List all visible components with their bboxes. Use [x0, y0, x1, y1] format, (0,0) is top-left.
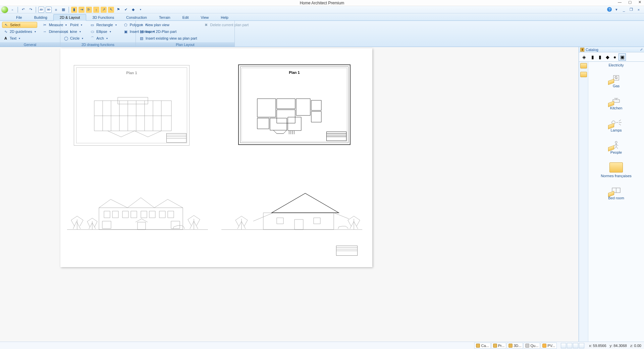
catalog-collapse-icon[interactable]: ⤢	[640, 48, 643, 51]
catalog-tab-4[interactable]: ●	[611, 53, 619, 61]
select-button[interactable]: ↖Select	[2, 22, 37, 28]
tool-check-icon[interactable]: ✔	[123, 7, 129, 13]
svg-rect-36	[171, 221, 180, 229]
catalog-item-kitchen[interactable]: Kitchen	[588, 91, 644, 113]
folder-icon	[508, 344, 513, 348]
status-view-1[interactable]	[561, 343, 566, 348]
group-drawing-label: 2D drawing functions	[60, 42, 136, 47]
maximize-button[interactable]: ▢	[627, 0, 633, 4]
help-icon[interactable]: ?	[607, 7, 612, 12]
tool-flag-icon[interactable]: ⚑	[115, 7, 121, 13]
catalog-tab-2[interactable]: ▮	[596, 53, 604, 61]
tab-help[interactable]: Help	[215, 14, 234, 20]
catalog-tab-home[interactable]: ◈	[580, 53, 588, 61]
ribbon-minimize-icon[interactable]: ▾	[614, 7, 619, 12]
status-view-4[interactable]	[579, 343, 584, 348]
tab-file[interactable]: File	[10, 14, 28, 20]
catalog-item-normes[interactable]: Normes françaises	[588, 157, 644, 181]
close-button[interactable]: ✕	[637, 0, 643, 4]
ellipse-button[interactable]: ⬭Ellipse▾	[89, 29, 118, 35]
window-close-icon[interactable]: ×	[636, 7, 641, 12]
window-minimize-icon[interactable]: _	[621, 7, 627, 12]
new-file-icon[interactable]: ▫	[9, 7, 15, 13]
tab-edit[interactable]: Edit	[176, 14, 195, 20]
tab-view[interactable]: View	[195, 14, 215, 20]
catalog-category-1[interactable]	[580, 63, 587, 68]
app-title: Home Architect Premium	[300, 1, 344, 5]
status-view-3[interactable]	[573, 343, 578, 348]
tab-2d-layout[interactable]: 2D & Layout	[53, 14, 87, 21]
svg-rect-46	[613, 100, 620, 102]
redo-icon[interactable]: ↷	[28, 7, 34, 13]
insert-2d-plan-button[interactable]: ▤Insert 2D-Plan part	[138, 29, 198, 35]
catalog-tab-3[interactable]: ◆	[604, 53, 611, 61]
tool-b-icon[interactable]: ⇥	[78, 7, 85, 13]
tool-paint-icon[interactable]: ◆	[130, 7, 136, 13]
catalog-title-bar[interactable]: ▮ Catalog ⤢	[579, 47, 644, 52]
plan-view-2[interactable]: Plan 1	[238, 64, 351, 145]
svg-rect-31	[141, 211, 147, 218]
status-tab-qu[interactable]: Qu...	[524, 343, 540, 349]
view-2d-icon[interactable]: 2D	[38, 7, 44, 13]
group-general-label: General	[0, 42, 60, 47]
catalog-item-bedroom[interactable]: Bed room	[588, 181, 644, 203]
catalog-tab-5[interactable]: ▣	[619, 53, 626, 61]
tool-d-icon[interactable]: ↕	[93, 7, 99, 13]
new-plan-label: New plan view	[146, 23, 169, 27]
guidelines-button[interactable]: ∿2D guidelines▾	[2, 29, 37, 35]
tab-3d-functions[interactable]: 3D Functions	[86, 14, 120, 20]
tool-c-icon[interactable]: ⊪	[86, 7, 92, 13]
elevation-front[interactable]	[67, 189, 208, 231]
tab-terrain[interactable]: Terrain	[153, 14, 176, 20]
dimensions-icon: ↔	[43, 29, 47, 34]
svg-rect-17	[257, 118, 269, 129]
catalog-item-gas[interactable]: G Gas	[588, 68, 644, 91]
catalog-item-list[interactable]: Electricity G Gas Kitchen Lamps People	[588, 62, 644, 342]
circle-button[interactable]: ◯Circle▾	[62, 35, 85, 41]
plan-view-1[interactable]: Plan 1	[74, 65, 190, 146]
insert-existing-button[interactable]: ▧Insert existing view as plan part	[138, 35, 198, 41]
new-plan-view-button[interactable]: ✧New plan view	[138, 22, 198, 28]
catalog-item-people[interactable]: People	[588, 135, 644, 157]
svg-rect-37	[138, 222, 146, 230]
status-tab-3d[interactable]: 3D...	[507, 343, 523, 349]
tool-a-icon[interactable]: ▮	[71, 7, 77, 13]
rectangle-button[interactable]: ▭Rectangle▾	[89, 22, 118, 28]
delete-icon: ✖	[204, 22, 208, 27]
svg-rect-18	[270, 118, 287, 130]
status-tab-catalog[interactable]: Ca...	[474, 343, 490, 349]
status-tab-pv[interactable]: PV...	[541, 343, 557, 349]
new-plan-view-icon: ✧	[139, 22, 144, 27]
status-tab-project[interactable]: Pr...	[491, 343, 506, 349]
arch-icon: ⌒	[90, 36, 95, 41]
window-restore-icon[interactable]: ❐	[629, 7, 634, 12]
tool-e-icon[interactable]: ↗	[101, 7, 107, 13]
tab-building[interactable]: Building	[28, 14, 53, 20]
arch-button[interactable]: ⌒Arch▾	[89, 35, 118, 41]
status-view-2[interactable]	[567, 343, 572, 348]
text-button[interactable]: AText▾	[2, 35, 37, 41]
insert-existing-icon: ▧	[139, 36, 144, 41]
catalog-tab-1[interactable]: ▮	[589, 53, 596, 61]
title-bar: Home Architect Premium — ▢ ✕	[0, 0, 644, 6]
svg-line-59	[616, 147, 618, 149]
drawing-canvas[interactable]: Plan 1	[0, 47, 579, 342]
elevation-side[interactable]	[221, 189, 362, 231]
delete-plan-part-button[interactable]: ✖Delete current plan part	[202, 22, 250, 28]
undo-icon[interactable]: ↶	[20, 7, 26, 13]
view-grid-icon[interactable]: ▦	[60, 7, 66, 13]
catalog-item-lamps[interactable]: Lamps	[588, 113, 644, 135]
qat-dropdown-icon[interactable]: ▾	[138, 7, 144, 13]
tab-construction[interactable]: Construction	[120, 14, 153, 20]
svg-rect-43	[314, 218, 320, 224]
point-button[interactable]: •Point▾	[62, 22, 85, 28]
catalog-category-2[interactable]	[580, 72, 587, 77]
catalog-category-strip	[579, 62, 588, 342]
minimize-button[interactable]: —	[616, 0, 623, 4]
line-button[interactable]: ／Line▾	[62, 29, 85, 35]
app-orb-button[interactable]	[1, 6, 8, 13]
view-lines-icon[interactable]: ≡	[53, 7, 59, 13]
tool-cursor-icon[interactable]: ↖	[108, 7, 114, 13]
view-3d-icon[interactable]: 3D	[46, 7, 52, 13]
rectangle-icon: ▭	[90, 22, 95, 27]
